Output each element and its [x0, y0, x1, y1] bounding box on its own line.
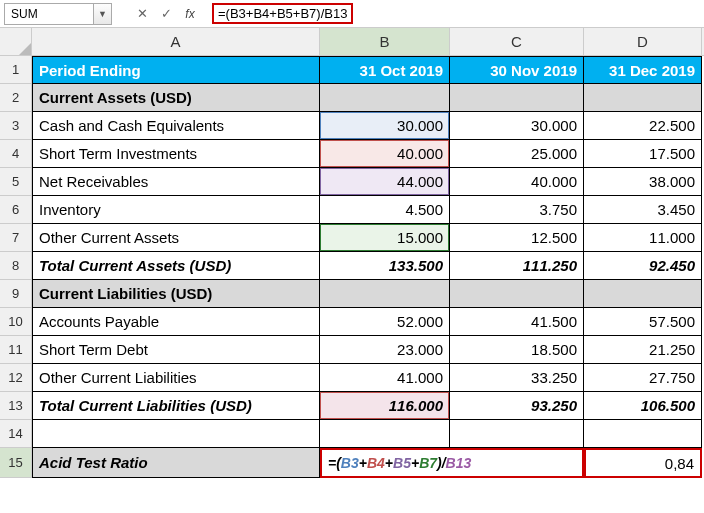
- cell[interactable]: [32, 420, 320, 448]
- cell[interactable]: Short Term Debt: [32, 336, 320, 364]
- cell[interactable]: Inventory: [32, 196, 320, 224]
- cell[interactable]: Cash and Cash Equivalents: [32, 112, 320, 140]
- cell[interactable]: Accounts Payable: [32, 308, 320, 336]
- cell[interactable]: 41.500: [450, 308, 584, 336]
- cell[interactable]: 30 Nov 2019: [450, 56, 584, 84]
- table-row: 10 Accounts Payable 52.000 41.500 57.500: [0, 308, 704, 336]
- ref-b13: B13: [446, 455, 472, 471]
- cell[interactable]: [320, 84, 450, 112]
- cell-b3[interactable]: 30.000: [320, 112, 450, 140]
- row-header[interactable]: 5: [0, 168, 32, 196]
- cell[interactable]: [450, 280, 584, 308]
- cell[interactable]: 52.000: [320, 308, 450, 336]
- cell[interactable]: 30.000: [450, 112, 584, 140]
- fx-icon[interactable]: fx: [178, 3, 202, 25]
- table-row: 6 Inventory 4.500 3.750 3.450: [0, 196, 704, 224]
- col-header-b[interactable]: B: [320, 28, 450, 55]
- row-header[interactable]: 14: [0, 420, 32, 448]
- row-header[interactable]: 10: [0, 308, 32, 336]
- table-row: 9 Current Liabilities (USD): [0, 280, 704, 308]
- cell[interactable]: 23.000: [320, 336, 450, 364]
- cell[interactable]: [320, 280, 450, 308]
- cell[interactable]: [450, 420, 584, 448]
- name-box[interactable]: SUM: [4, 3, 94, 25]
- cell[interactable]: 41.000: [320, 364, 450, 392]
- cell-b7[interactable]: 15.000: [320, 224, 450, 252]
- row-header[interactable]: 6: [0, 196, 32, 224]
- cell[interactable]: 27.750: [584, 364, 702, 392]
- cell[interactable]: Other Current Liabilities: [32, 364, 320, 392]
- cell-period-ending[interactable]: Period Ending: [32, 56, 320, 84]
- cell[interactable]: 17.500: [584, 140, 702, 168]
- select-all-corner[interactable]: [0, 28, 32, 56]
- name-box-dropdown[interactable]: ▼: [94, 3, 112, 25]
- row-header[interactable]: 15: [0, 448, 32, 478]
- col-header-d[interactable]: D: [584, 28, 702, 55]
- cell[interactable]: 21.250: [584, 336, 702, 364]
- cell[interactable]: 31 Dec 2019: [584, 56, 702, 84]
- cell[interactable]: 92.450: [584, 252, 702, 280]
- enter-icon[interactable]: ✓: [154, 3, 178, 25]
- row-header[interactable]: 9: [0, 280, 32, 308]
- row-header[interactable]: 3: [0, 112, 32, 140]
- formula-text: =(: [328, 455, 341, 471]
- cell[interactable]: Other Current Assets: [32, 224, 320, 252]
- cell[interactable]: 111.250: [450, 252, 584, 280]
- cell[interactable]: 106.500: [584, 392, 702, 420]
- cell-d15-result[interactable]: 0,84: [584, 448, 702, 478]
- cell[interactable]: 22.500: [584, 112, 702, 140]
- cell-total[interactable]: Total Current Assets (USD): [32, 252, 320, 280]
- table-row: 8 Total Current Assets (USD) 133.500 111…: [0, 252, 704, 280]
- cell-b5[interactable]: 44.000: [320, 168, 450, 196]
- col-header-a[interactable]: A: [32, 28, 320, 55]
- cell[interactable]: [320, 420, 450, 448]
- cell[interactable]: Short Term Investments: [32, 140, 320, 168]
- cell[interactable]: [584, 280, 702, 308]
- cell-section[interactable]: Current Liabilities (USD): [32, 280, 320, 308]
- cell[interactable]: [450, 84, 584, 112]
- ref-b7: B7: [419, 455, 437, 471]
- ref-b5: B5: [393, 455, 411, 471]
- cell[interactable]: 18.500: [450, 336, 584, 364]
- cell[interactable]: 33.250: [450, 364, 584, 392]
- row-header[interactable]: 13: [0, 392, 32, 420]
- row-header[interactable]: 1: [0, 56, 32, 84]
- cell[interactable]: [584, 84, 702, 112]
- row-header[interactable]: 4: [0, 140, 32, 168]
- spreadsheet: A B C D 1 Period Ending 31 Oct 2019 30 N…: [0, 28, 704, 478]
- cell-acid-test[interactable]: Acid Test Ratio: [32, 448, 320, 478]
- row-header[interactable]: 7: [0, 224, 32, 252]
- op: )/: [437, 455, 446, 471]
- row-header[interactable]: 12: [0, 364, 32, 392]
- cell[interactable]: 93.250: [450, 392, 584, 420]
- formula-input[interactable]: =(B3+B4+B5+B7)/B13: [208, 3, 700, 25]
- row-header[interactable]: 2: [0, 84, 32, 112]
- cell[interactable]: 3.450: [584, 196, 702, 224]
- cell-b13[interactable]: 116.000: [320, 392, 450, 420]
- cell[interactable]: 4.500: [320, 196, 450, 224]
- cancel-icon[interactable]: ✕: [130, 3, 154, 25]
- cell[interactable]: 3.750: [450, 196, 584, 224]
- cell[interactable]: 40.000: [450, 168, 584, 196]
- cell[interactable]: 12.500: [450, 224, 584, 252]
- cell[interactable]: 11.000: [584, 224, 702, 252]
- cell[interactable]: 57.500: [584, 308, 702, 336]
- cell[interactable]: [584, 420, 702, 448]
- cell-b15-editing[interactable]: =( B3 + B4 + B5 + B7 )/ B13: [320, 448, 584, 478]
- cell-b4[interactable]: 40.000: [320, 140, 450, 168]
- row-header[interactable]: 11: [0, 336, 32, 364]
- table-row: 11 Short Term Debt 23.000 18.500 21.250: [0, 336, 704, 364]
- col-header-c[interactable]: C: [450, 28, 584, 55]
- cell[interactable]: 133.500: [320, 252, 450, 280]
- cell[interactable]: 31 Oct 2019: [320, 56, 450, 84]
- cell-total[interactable]: Total Current Liabilities (USD): [32, 392, 320, 420]
- cell[interactable]: Net Receivables: [32, 168, 320, 196]
- cell[interactable]: 25.000: [450, 140, 584, 168]
- ref-b3: B3: [341, 455, 359, 471]
- cell[interactable]: 38.000: [584, 168, 702, 196]
- cell-section[interactable]: Current Assets (USD): [32, 84, 320, 112]
- table-row: 1 Period Ending 31 Oct 2019 30 Nov 2019 …: [0, 56, 704, 84]
- row-header[interactable]: 8: [0, 252, 32, 280]
- formula-highlight: =(B3+B4+B5+B7)/B13: [212, 3, 353, 24]
- table-row: 14: [0, 420, 704, 448]
